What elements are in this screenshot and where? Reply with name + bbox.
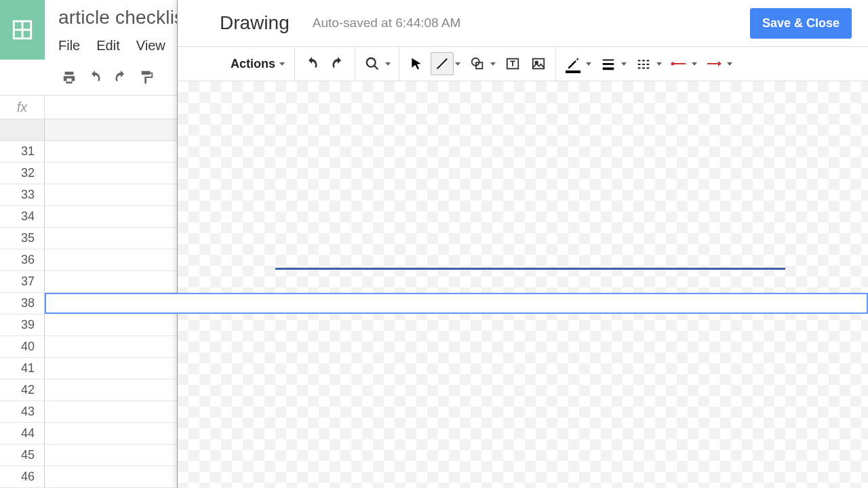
row-header[interactable]: 32 [0,163,45,184]
svg-line-4 [374,66,378,70]
row-header[interactable]: 45 [0,445,45,466]
svg-point-24 [671,62,675,66]
shape-tool[interactable] [466,52,498,75]
shape-icon [470,56,485,71]
save-and-close-button[interactable]: Save & Close [750,8,852,39]
row-header[interactable]: 37 [0,271,45,292]
fx-label: fx [0,96,45,119]
redo-icon [330,56,346,72]
line-end-button[interactable] [703,52,735,75]
actions-menu[interactable]: Actions [220,47,295,81]
svg-rect-15 [642,60,645,62]
zoom-icon [365,56,380,71]
line-icon [435,56,450,71]
shape-tools-group [399,47,556,81]
undo-redo-group [295,47,355,81]
svg-rect-12 [603,63,614,65]
line-weight-icon [601,56,616,71]
row-header[interactable]: 39 [0,314,45,336]
title-area: article checklis File Edit View [45,0,184,60]
line-weight-button[interactable] [597,52,629,75]
menu-file[interactable]: File [58,38,80,54]
redo-button[interactable] [326,52,349,75]
svg-rect-20 [638,68,641,69]
chevron-down-icon [727,62,732,66]
chevron-down-icon [692,62,697,66]
svg-rect-16 [647,60,650,62]
drawing-toolbar: Actions [178,46,868,81]
undo-icon[interactable] [85,68,104,87]
chevron-down-icon [656,62,662,66]
line-color-button[interactable] [561,52,594,75]
actions-label: Actions [231,57,275,71]
svg-line-5 [437,59,448,69]
drawing-title: Drawing [220,12,290,34]
cursor-icon [410,57,423,70]
zoom-group [355,47,399,81]
row-header[interactable]: 44 [0,423,45,444]
menu-bar: File Edit View [58,38,184,54]
svg-rect-13 [603,68,614,70]
row-header[interactable]: 40 [0,336,45,357]
line-dash-button[interactable] [632,52,665,75]
zoom-button[interactable] [361,52,393,75]
chevron-down-icon [455,62,460,66]
undo-icon [304,56,320,72]
svg-rect-14 [638,60,641,62]
row-header[interactable]: 36 [0,249,45,270]
row-header[interactable]: 33 [0,184,45,205]
cell-a38[interactable] [45,293,868,314]
paint-format-icon[interactable] [137,68,156,87]
svg-rect-22 [647,68,650,69]
line-style-group [556,47,741,81]
textbox-tool[interactable] [501,52,524,75]
svg-rect-19 [647,64,650,65]
svg-rect-18 [642,64,645,65]
line-tool[interactable] [431,52,463,75]
svg-rect-11 [603,60,614,61]
textbox-icon [505,56,520,71]
chevron-down-icon [586,62,591,66]
chevron-down-icon [385,62,391,66]
image-icon [531,56,546,71]
svg-rect-17 [638,64,641,65]
undo-button[interactable] [300,52,323,75]
svg-rect-9 [533,59,545,69]
row-header[interactable]: 42 [0,380,45,401]
row-header[interactable]: 41 [0,358,45,379]
chevron-down-icon [621,62,627,66]
print-icon[interactable] [60,68,79,87]
line-start-icon [671,60,687,67]
row-header[interactable]: 34 [0,206,45,227]
row-header[interactable]: 38 [0,293,45,314]
row-header[interactable]: 46 [0,466,45,487]
menu-view[interactable]: View [136,38,165,54]
row-header[interactable]: 35 [0,228,45,249]
drawing-modal: Drawing Auto-saved at 6:44:08 AM Save & … [177,0,868,488]
redo-icon[interactable] [111,68,130,87]
line-end-icon [706,60,722,67]
line-start-button[interactable] [667,52,700,75]
drawing-canvas[interactable] [178,81,868,488]
svg-point-3 [367,58,376,67]
chevron-down-icon [279,62,285,66]
sheets-icon [11,18,34,41]
drawing-header: Drawing Auto-saved at 6:44:08 AM Save & … [178,0,868,46]
drawn-line-object[interactable] [275,268,785,270]
autosave-status: Auto-saved at 6:44:08 AM [313,16,461,30]
pencil-icon [566,57,580,70]
sheets-logo[interactable] [0,0,45,60]
row-header[interactable]: 31 [0,141,45,162]
select-all-corner[interactable] [0,119,45,140]
image-tool[interactable] [527,52,550,75]
row-header[interactable]: 43 [0,401,45,422]
svg-rect-21 [642,68,645,69]
menu-edit[interactable]: Edit [96,38,119,54]
doc-title[interactable]: article checklis [58,7,184,28]
line-dash-icon [636,56,651,71]
chevron-down-icon [490,62,496,66]
row-38: 38 [0,293,868,314]
select-tool[interactable] [405,52,428,75]
